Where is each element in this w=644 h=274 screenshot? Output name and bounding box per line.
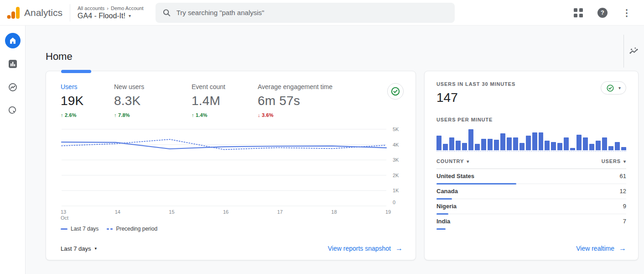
chart-legend: Last 7 days Preceding period <box>61 226 403 232</box>
analytics-logo-icon <box>6 6 20 20</box>
minute-bar <box>519 143 525 150</box>
sort-caret-icon: ▾ <box>467 159 469 164</box>
header-divider <box>70 4 70 21</box>
svg-text:19: 19 <box>385 209 391 215</box>
trend-arrow-icon: ↑ <box>61 112 63 118</box>
metric-delta: ↑ 2.6% <box>61 112 114 118</box>
sidebar-item-reports[interactable] <box>5 56 21 72</box>
minute-bar <box>462 143 467 150</box>
dotted-line-swatch <box>107 228 113 230</box>
metric-event-count[interactable]: Event count 1.4M ↑ 1.4% <box>192 83 258 118</box>
date-range-dropdown[interactable]: Last 7 days ▾ <box>61 245 97 252</box>
svg-text:1K: 1K <box>393 188 399 193</box>
insights-icon <box>628 46 639 57</box>
explore-icon <box>8 83 17 92</box>
minute-bar <box>583 137 588 150</box>
minute-bar <box>475 144 480 150</box>
arrow-right-icon: → <box>619 244 626 253</box>
apps-grid-icon[interactable] <box>574 8 583 17</box>
country-column-sort[interactable]: COUNTRY ▾ <box>436 158 469 164</box>
minute-bar <box>443 144 448 150</box>
svg-text:15: 15 <box>169 209 174 215</box>
help-icon[interactable]: ? <box>597 8 608 18</box>
svg-text:13: 13 <box>61 209 66 215</box>
metric-label: Average engagement time <box>258 83 332 90</box>
breadcrumb-separator: › <box>107 5 109 11</box>
metrics-row: Users 19K ↑ 2.6% New users 8.3K ↑ 7.8% E… <box>61 83 403 118</box>
minute-bar <box>564 137 569 150</box>
sidebar-item-advertising[interactable] <box>5 103 21 118</box>
chevron-down-icon: ▾ <box>129 13 131 18</box>
top-app-bar: Analytics All accounts › Demo Account GA… <box>0 0 644 26</box>
main-content: Home Users 19K ↑ 2.6% <box>26 26 644 274</box>
advertising-icon <box>8 106 17 115</box>
minute-bar <box>481 139 486 150</box>
minute-bar <box>557 143 562 150</box>
minute-bar <box>532 132 537 150</box>
minute-bar <box>526 136 531 150</box>
active-metric-tab-indicator <box>61 70 91 73</box>
metric-users[interactable]: Users 19K ↑ 2.6% <box>61 83 114 118</box>
bar-chart-icon <box>8 59 17 68</box>
view-reports-snapshot-link[interactable]: View reports snapshot → <box>328 244 403 253</box>
svg-text:3K: 3K <box>393 157 399 163</box>
svg-text:16: 16 <box>223 209 229 215</box>
solid-line-swatch <box>61 228 68 230</box>
insights-panel-toggle[interactable] <box>623 35 644 68</box>
sidebar-item-explore[interactable] <box>5 79 21 95</box>
search-bar[interactable] <box>156 3 455 23</box>
property-name: GA4 - Flood-It! <box>78 12 125 20</box>
page-title: Home <box>46 51 73 63</box>
metric-value: 6m 57s <box>258 94 332 108</box>
users-column-sort[interactable]: USERS ▾ <box>602 158 626 164</box>
minute-bar <box>456 141 461 150</box>
realtime-country-table: COUNTRY ▾ USERS ▾ United States 61 <box>436 158 626 229</box>
breadcrumb-account: All accounts <box>78 5 104 11</box>
breadcrumb: All accounts › Demo Account <box>78 5 144 11</box>
arrow-right-icon: → <box>395 244 403 253</box>
svg-text:5K: 5K <box>393 126 399 132</box>
realtime-card: USERS IN LAST 30 MINUTES 147 ▾ USERS PER… <box>424 71 639 260</box>
metric-value: 1.4M <box>192 94 258 108</box>
minute-bar <box>507 137 512 150</box>
metric-value: 8.3K <box>114 94 192 108</box>
minute-bar <box>551 142 556 150</box>
minute-bar <box>596 141 601 150</box>
users-per-minute-chart <box>436 128 626 152</box>
property-selector[interactable]: GA4 - Flood-It! ▾ <box>78 12 144 20</box>
metric-label: Users <box>61 83 114 90</box>
metric-value: 19K <box>61 94 114 108</box>
metric-new-users[interactable]: New users 8.3K ↑ 7.8% <box>114 83 192 118</box>
svg-text:Oct: Oct <box>61 215 68 221</box>
minute-bar <box>488 139 493 150</box>
reports-snapshot-card: Users 19K ↑ 2.6% New users 8.3K ↑ 7.8% E… <box>46 71 416 260</box>
metric-delta: ↑ 1.4% <box>192 112 258 118</box>
view-realtime-link[interactable]: View realtime → <box>576 244 626 253</box>
minute-bar <box>500 133 505 150</box>
minute-bar <box>449 137 454 150</box>
table-row-india: India 7 <box>436 214 626 229</box>
data-quality-badge[interactable] <box>387 83 404 100</box>
svg-text:4K: 4K <box>393 142 399 148</box>
metric-label: New users <box>114 83 192 90</box>
metric-avg-engagement-time[interactable]: Average engagement time 6m 57s ↓ 3.6% <box>258 83 332 118</box>
check-circle-icon <box>390 86 400 96</box>
brand-name: Analytics <box>24 7 62 18</box>
svg-text:18: 18 <box>331 209 337 215</box>
sort-caret-icon: ▾ <box>623 159 626 164</box>
minute-bar <box>494 140 499 150</box>
account-switcher[interactable]: All accounts › Demo Account GA4 - Flood-… <box>78 5 144 20</box>
sidebar-item-home[interactable] <box>5 33 21 48</box>
realtime-status-dropdown[interactable]: ▾ <box>601 81 626 95</box>
realtime-users-value: 147 <box>436 90 515 105</box>
chevron-down-icon: ▾ <box>618 85 621 90</box>
more-vert-icon[interactable]: ⋮ <box>622 8 631 17</box>
check-circle-icon <box>606 84 614 92</box>
analytics-logo[interactable]: Analytics <box>0 6 62 20</box>
legend-preceding-period: Preceding period <box>107 226 157 232</box>
minute-bar <box>468 129 473 150</box>
minute-bar <box>589 144 594 150</box>
realtime-title: USERS IN LAST 30 MINUTES <box>436 81 515 87</box>
search-input[interactable] <box>177 9 447 16</box>
search-icon <box>163 9 171 17</box>
